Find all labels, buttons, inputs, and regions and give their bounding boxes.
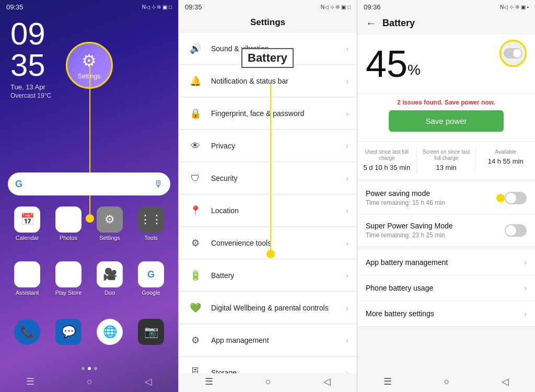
settings-back-icon[interactable]: ◁ [323, 376, 331, 387]
more-battery-arrow-icon: › [524, 309, 527, 318]
dock-phone[interactable]: 📞 [10, 319, 44, 361]
super-power-saving-mode-header: Super Power Saving Mode Time remaining: … [366, 222, 527, 239]
settings-item-fingerprint[interactable]: 🔒 Fingerprint, face & password › [179, 98, 357, 130]
sound-icon: 🔊 [187, 40, 204, 57]
assistant-icon: 🎙 [14, 261, 40, 287]
dock-messages[interactable]: 💬 [52, 319, 85, 361]
battery-nav-bar: ☰ ○ ◁ [357, 373, 535, 392]
calendar-label: Calendar [16, 235, 39, 241]
settings-item-wellbeing[interactable]: 💚 Digital Wellbeing & parental controls … [179, 292, 357, 324]
settings-nav-bar: ☰ ○ ◁ [179, 373, 357, 392]
more-battery-settings-item[interactable]: More battery settings › [357, 301, 535, 327]
battery-home-icon[interactable]: ○ [444, 376, 450, 387]
battery-stat-screen: Screen on since last full charge 13 min [417, 147, 476, 174]
settings-item-wellbeing-label: Digital Wellbeing & parental controls [211, 304, 346, 312]
battery-screen: 09:36 N◁ ⊹ ❊ ▣ ▪ ← Battery 45 % 2 issues… [357, 0, 535, 392]
storage-arrow-icon: › [346, 368, 348, 373]
settings-item-apps[interactable]: ⚙ App management › [179, 325, 357, 356]
home-icon[interactable]: ○ [87, 376, 92, 387]
battery-list-icon: 🔋 [187, 267, 204, 284]
menu-icon[interactable]: ☰ [26, 376, 34, 387]
back-arrow-icon[interactable]: ← [366, 17, 376, 29]
app-battery-label: App battery management [366, 258, 524, 267]
clock-date: Tue, 13 Apr [10, 83, 168, 91]
settings-item-notification[interactable]: 🔔 Notification & status bar › [179, 65, 357, 97]
app-tools[interactable]: ⋮⋮ Tools [134, 206, 168, 241]
search-bar[interactable]: G 🎙 [8, 172, 170, 195]
app-battery-management-item[interactable]: App battery management › [357, 250, 535, 275]
dock-chrome[interactable]: 🌐 [93, 319, 126, 361]
settings-item-privacy-label: Privacy [211, 142, 346, 150]
battery-stat-used: Used since last full charge 5 d 10 h 35 … [357, 147, 417, 174]
screen-stat-value: 13 min [436, 164, 456, 171]
settings-item-location[interactable]: 📍 Location › [179, 195, 357, 227]
settings-item-privacy[interactable]: 👁 Privacy › [179, 130, 357, 162]
messages-icon: 💬 [55, 319, 82, 345]
battery-annotation-dot [266, 250, 275, 258]
camera-icon: 📷 [138, 319, 164, 345]
settings-item-battery-label: Battery [211, 271, 346, 280]
used-stat-label: Used since last full charge [360, 149, 413, 162]
mic-icon[interactable]: 🎙 [154, 179, 163, 190]
save-power-button[interactable]: Save power [389, 110, 503, 132]
tools-label: Tools [144, 235, 158, 241]
app-playstore[interactable]: ▶ Play Store [52, 261, 85, 296]
app-calendar[interactable]: 📅 Calendar [10, 206, 44, 241]
settings-status-time: 09:35 [185, 3, 202, 11]
power-saving-mode-item[interactable]: Power saving mode Time remaining: 15 h 4… [357, 182, 535, 214]
more-battery-label: More battery settings [366, 309, 524, 318]
screen-stat-label: Screen on since last full charge [420, 149, 473, 162]
phone-icon: 📞 [14, 319, 40, 345]
settings-item-storage[interactable]: 🗄 Storage › [179, 357, 357, 373]
settings-status-bar: 09:35 N◁ ⊹ ❊ ▣ □ [179, 0, 357, 13]
settings-list: 🔊 Sound & vibration › 🔔 Notification & s… [179, 33, 357, 373]
app-settings[interactable]: ⚙ Settings [93, 206, 126, 241]
page-indicators [0, 367, 178, 370]
settings-item-battery[interactable]: 🔋 Battery › [179, 260, 357, 292]
settings-item-location-label: Location [211, 206, 346, 215]
dock: 📞 💬 🌐 📷 [8, 319, 170, 361]
google-g-icon: G [15, 179, 22, 190]
dock-camera[interactable]: 📷 [134, 319, 168, 361]
phone-battery-usage-item[interactable]: Phone battery usage › [357, 275, 535, 301]
back-icon[interactable]: ◁ [145, 376, 152, 387]
battery-percent-sign: % [408, 62, 421, 78]
battery-annotation-line [270, 84, 271, 251]
battery-stat-available: Available 14 h 55 min [476, 147, 535, 174]
battery-issues-text: 2 issues found. Save power now. [357, 94, 535, 110]
super-power-saving-mode-item[interactable]: Super Power Saving Mode Time remaining: … [357, 214, 535, 247]
app-assistant[interactable]: 🎙 Assistant [10, 261, 44, 296]
battery-menu-icon[interactable]: ☰ [383, 376, 392, 387]
home-screen: 09:35 N◁ ⊹ ❊ ▣ □ ⚙ Settings 09 35 Tue, 1… [0, 0, 179, 392]
battery-back-icon[interactable]: ◁ [502, 376, 509, 387]
home-status-bar: 09:35 N◁ ⊹ ❊ ▣ □ [0, 0, 178, 13]
chrome-icon: 🌐 [97, 319, 123, 345]
battery-percentage-value: 45 [366, 45, 408, 83]
app-google[interactable]: G Google [134, 261, 168, 296]
sound-arrow-icon: › [346, 44, 348, 53]
battery-page-title: Battery [382, 18, 415, 29]
app-photos[interactable]: 🖼 Photos [52, 206, 85, 241]
app-duo[interactable]: 🎥 Duo [93, 261, 126, 296]
available-stat-value: 14 h 55 min [488, 157, 524, 165]
settings-status-icons: N◁ ⊹ ❊ ▣ □ [321, 4, 351, 10]
power-saving-toggle[interactable] [505, 192, 527, 204]
battery-toggle-switch[interactable] [504, 48, 522, 59]
privacy-icon: 👁 [187, 137, 204, 154]
convenience-arrow-icon: › [346, 239, 348, 247]
power-saving-name: Power saving mode [366, 189, 445, 198]
dot-3 [94, 367, 97, 370]
super-power-saving-toggle[interactable] [505, 224, 527, 237]
wellbeing-icon: 💚 [187, 299, 204, 316]
settings-item-security[interactable]: 🛡 Security › [179, 163, 357, 194]
app-grid-row1: 📅 Calendar 🖼 Photos ⚙ Settings ⋮⋮ Tools [8, 206, 170, 241]
assistant-label: Assistant [16, 290, 39, 296]
settings-item-storage-label: Storage [211, 368, 346, 373]
notification-arrow-icon: › [346, 77, 348, 85]
settings-item-convenience-label: Convenience tools [211, 239, 346, 247]
settings-home-icon[interactable]: ○ [265, 376, 271, 387]
settings-menu-icon[interactable]: ☰ [205, 376, 213, 387]
apps-icon: ⚙ [187, 332, 204, 349]
battery-status-icons: N◁ ⊹ ❊ ▣ ▪ [500, 4, 529, 10]
convenience-icon: ⚙ [187, 235, 204, 251]
